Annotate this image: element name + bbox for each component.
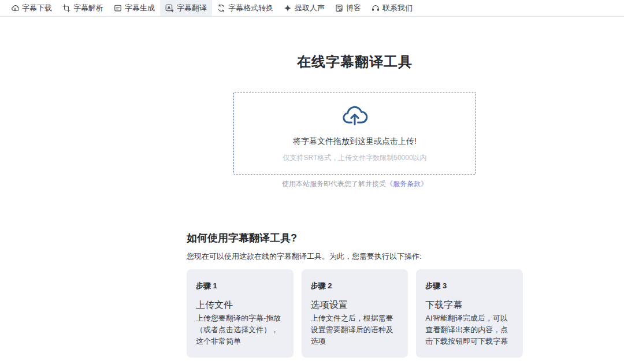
step-card-1: 步骤 1 上传文件 上传您要翻译的字幕-拖放（或者点击选择文件），这个非常简单 <box>187 269 294 358</box>
nav-item-label: 字幕生成 <box>125 3 155 13</box>
terms-prefix-text: 使用本站服务即代表您了解并接受 <box>282 180 386 188</box>
step-label: 步骤 2 <box>311 281 399 291</box>
nav-item-label: 字幕解析 <box>73 3 103 13</box>
step-body: AI智能翻译完成后，可以查看翻译出来的内容，点击下载按钮即可下载字幕 <box>425 313 514 347</box>
nav-item-blog[interactable]: 博客 <box>330 0 366 16</box>
nav-item-contact-us[interactable]: 联系我们 <box>366 0 418 16</box>
nav-item-label: 字幕翻译 <box>177 3 207 13</box>
howto-steps: 步骤 1 上传文件 上传您要翻译的字幕-拖放（或者点击选择文件），这个非常简单 … <box>187 269 523 358</box>
step-card-2: 步骤 2 选项设置 上传文件之后，根据需要设置需要翻译后的语种及选项 <box>302 269 408 358</box>
step-body: 上传文件之后，根据需要设置需要翻译后的语种及选项 <box>311 313 399 347</box>
terms-of-service-link[interactable]: 《服务条款》 <box>386 180 428 188</box>
generate-icon <box>114 4 122 12</box>
step-title: 上传文件 <box>196 299 284 311</box>
nav-item-subtitle-format-convert[interactable]: 字幕格式转换 <box>212 0 278 16</box>
howto-section: 如何使用字幕翻译工具? 您现在可以使用这款在线的字幕翻译工具。为此，您需要执行以… <box>187 231 523 358</box>
step-title: 下载字幕 <box>425 299 514 311</box>
top-navbar: 字幕下载 字幕解析 字幕生成 字幕翻译 <box>0 0 624 17</box>
cloud-upload-icon <box>341 103 369 129</box>
nav-item-subtitle-generate[interactable]: 字幕生成 <box>109 0 160 16</box>
nav-item-subtitle-parse[interactable]: 字幕解析 <box>57 0 109 16</box>
page-title: 在线字幕翻译工具 <box>187 53 523 71</box>
howto-heading: 如何使用字幕翻译工具? <box>187 231 523 245</box>
step-label: 步骤 1 <box>196 281 284 291</box>
nav-item-subtitle-translate[interactable]: 字幕翻译 <box>160 0 212 16</box>
terms-line: 使用本站服务即代表您了解并接受《服务条款》 <box>187 179 523 189</box>
nav-item-label: 字幕下载 <box>22 3 52 13</box>
blog-icon <box>335 4 343 12</box>
parse-icon <box>62 4 70 12</box>
headset-icon <box>372 4 380 12</box>
step-label: 步骤 3 <box>425 281 514 291</box>
upload-hint-text: 仅支持SRT格式，上传文件字数限制50000以内 <box>283 153 426 163</box>
sparkle-icon <box>284 4 292 12</box>
nav-item-label: 提取人声 <box>295 3 325 13</box>
howto-description: 您现在可以使用这款在线的字幕翻译工具。为此，您需要执行以下操作: <box>187 251 523 262</box>
upload-dropzone[interactable]: 将字幕文件拖放到这里或点击上传! 仅支持SRT格式，上传文件字数限制50000以… <box>233 92 476 174</box>
nav-item-label: 博客 <box>346 3 361 13</box>
step-body: 上传您要翻译的字幕-拖放（或者点击选择文件），这个非常简单 <box>196 313 284 347</box>
nav-item-label: 字幕格式转换 <box>228 3 273 13</box>
step-title: 选项设置 <box>311 299 399 311</box>
main-content: 在线字幕翻译工具 将字幕文件拖放到这里或点击上传! 仅支持SRT格式，上传文件字… <box>187 53 523 358</box>
step-card-3: 步骤 3 下载字幕 AI智能翻译完成后，可以查看翻译出来的内容，点击下载按钮即可… <box>416 269 523 358</box>
convert-icon <box>217 4 225 12</box>
nav-item-subtitle-download[interactable]: 字幕下载 <box>6 0 57 16</box>
cloud-download-icon <box>11 4 19 12</box>
nav-item-extract-vocals[interactable]: 提取人声 <box>278 0 330 16</box>
translate-icon <box>165 4 174 12</box>
nav-item-label: 联系我们 <box>382 3 413 13</box>
upload-main-text: 将字幕文件拖放到这里或点击上传! <box>293 136 417 147</box>
